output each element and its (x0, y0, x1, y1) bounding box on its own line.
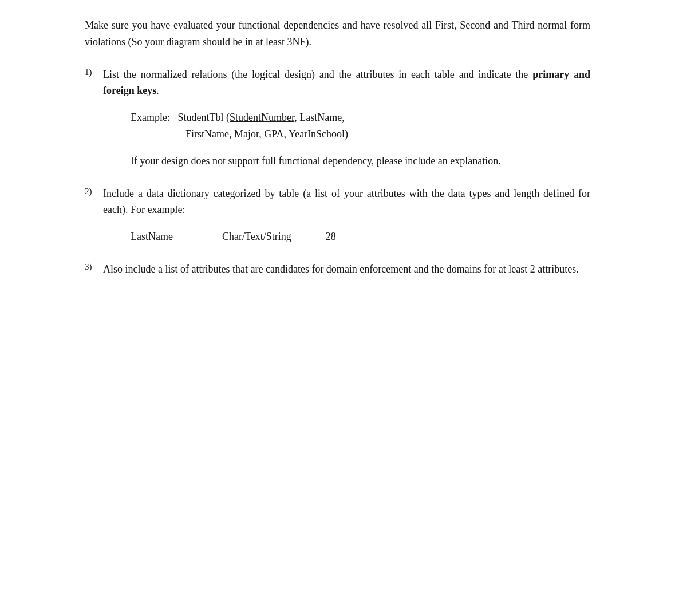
item-1-text-part1: List the normalized relations (the logic… (103, 69, 532, 80)
dict-length: 28 (326, 228, 383, 245)
item-3-content: Also include a list of attributes that a… (103, 261, 590, 278)
item-1-sub-text: If your design does not support full fun… (131, 153, 590, 169)
item-2-content: Include a data dictionary categorized by… (103, 185, 590, 245)
example-attrs: , LastName, (294, 112, 344, 123)
item-1-text-part2: . (156, 85, 159, 96)
example-label: Example: (131, 112, 170, 123)
numbered-list: 1) List the normalized relations (the lo… (85, 66, 590, 278)
item-1-sub: If your design does not support full fun… (131, 153, 590, 169)
example-block: Example: StudentTbl (StudentNumber, Last… (131, 109, 590, 143)
item-1-content: List the normalized relations (the logic… (103, 66, 590, 169)
item-3-main: Also include a list of attributes that a… (103, 261, 590, 278)
dict-lastname: LastName (131, 228, 188, 245)
dict-type: Char/Text/String (222, 228, 291, 245)
list-item: 1) List the normalized relations (the lo… (85, 66, 590, 169)
list-item: 2) Include a data dictionary categorized… (85, 185, 590, 245)
item-1-main: List the normalized relations (the logic… (103, 66, 590, 100)
example-first-line: Example: StudentTbl (StudentNumber, Last… (131, 109, 590, 126)
item-2-main: Include a data dictionary categorized by… (103, 185, 590, 219)
data-dict-example: LastName Char/Text/String 28 (131, 228, 590, 245)
page-content: Make sure you have evaluated your functi… (85, 17, 590, 278)
item-number-1: 1) (85, 66, 103, 77)
item-number-2: 2) (85, 185, 103, 196)
list-item: 3) Also include a list of attributes tha… (85, 261, 590, 278)
example-second-line: FirstName, Major, GPA, YearInSchool) (185, 126, 590, 143)
intro-paragraph: Make sure you have evaluated your functi… (85, 17, 590, 50)
example-table-name: StudentTbl (177, 112, 223, 123)
example-pk: StudentNumber (230, 112, 294, 123)
item-number-3: 3) (85, 261, 103, 272)
